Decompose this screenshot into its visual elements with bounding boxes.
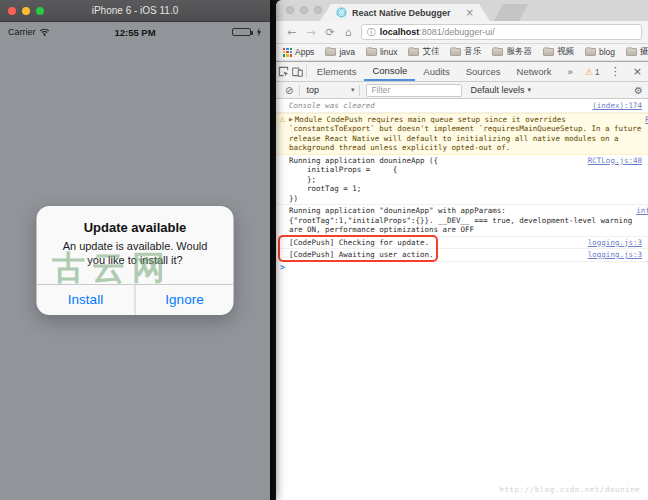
warning-icon: ⚠ <box>279 116 285 124</box>
ios-simulator-window: iPhone 6 - iOS 11.0 Carrier 12:55 PM Upd… <box>0 0 270 500</box>
bookmark-label: blog <box>599 47 615 57</box>
bookmark-folder-photo[interactable]: 摄影 <box>626 46 648 58</box>
status-time: 12:55 PM <box>0 27 270 38</box>
simulator-title: iPhone 6 - iOS 11.0 <box>92 5 179 16</box>
battery-icon <box>232 28 251 36</box>
bookmark-folder-linux[interactable]: linux <box>366 47 397 57</box>
console-row-cleared: Console was cleared (index):174 <box>276 100 648 113</box>
tab-console[interactable]: Console <box>364 62 415 81</box>
apps-grid-icon <box>283 48 292 57</box>
url-path: :8081/debugger-ui/ <box>419 27 495 37</box>
console-filter-input[interactable] <box>366 84 462 97</box>
ignore-button[interactable]: Ignore <box>135 285 234 315</box>
source-link[interactable]: infoLog.js:17 <box>632 206 648 216</box>
bookmark-folder-aijia[interactable]: 艾佳 <box>408 46 439 58</box>
source-link[interactable]: logging.js:3 <box>584 250 648 260</box>
codepush-rows: [CodePush] Checking for update. logging.… <box>276 237 648 262</box>
tab-close-icon[interactable]: × <box>466 8 474 18</box>
inspect-element-icon[interactable] <box>276 62 290 81</box>
bookmark-folder-blog[interactable]: blog <box>585 47 615 57</box>
source-link[interactable]: RCTLog.js:48 <box>584 156 648 166</box>
console-row-warning: ⚠ ▶Module CodePush requires main queue s… <box>276 113 648 155</box>
bookmark-folder-video[interactable]: 视频 <box>543 46 574 58</box>
window-close-button[interactable] <box>8 7 16 15</box>
browser-window: React Native Debugger × ← → ⟳ ⌂ ⓘ localh… <box>276 0 648 500</box>
source-link[interactable]: (index):174 <box>588 101 648 111</box>
folder-icon <box>543 48 554 56</box>
desktop: React Native Debugger × ← → ⟳ ⌂ ⓘ localh… <box>0 0 648 500</box>
clear-console-icon[interactable]: ⊘ <box>285 85 293 96</box>
forward-icon[interactable]: → <box>306 27 315 38</box>
bookmarks-bar: Apps java linux 艾佳 音乐 服务器 <box>276 44 648 61</box>
simulator-titlebar: iPhone 6 - iOS 11.0 <box>0 0 270 22</box>
devtools-tab-bar: Elements Console Audits Sources Network … <box>276 62 648 82</box>
bookmark-folder-java[interactable]: java <box>325 47 355 57</box>
console-row-app-params: Running application "dounineApp" with ap… <box>276 205 648 237</box>
expand-triangle-icon[interactable]: ▶ <box>289 116 293 122</box>
console-settings-icon[interactable]: ⚙ <box>634 85 643 96</box>
console-message: Console was cleared <box>289 101 588 111</box>
more-tabs-icon[interactable]: » <box>559 62 580 81</box>
console-message: Running application dounineApp ({ initia… <box>289 156 584 204</box>
log-levels-dropdown[interactable]: Default levels <box>470 85 524 95</box>
back-icon[interactable]: ← <box>287 27 296 38</box>
warning-count-badge[interactable]: ⚠ 1 <box>581 62 604 81</box>
install-button[interactable]: Install <box>37 285 135 315</box>
window-minimize-button[interactable] <box>22 7 30 15</box>
page-info-icon[interactable]: ⓘ <box>367 26 376 39</box>
folder-icon <box>626 48 637 56</box>
context-selector[interactable]: top <box>306 85 319 95</box>
tab-elements[interactable]: Elements <box>309 62 365 81</box>
alert-title: Update available <box>37 206 234 237</box>
folder-icon <box>585 48 596 56</box>
warning-icon: ⚠ <box>585 67 593 77</box>
device-screen: Carrier 12:55 PM Update available An upd… <box>0 22 270 500</box>
bookmark-apps[interactable]: Apps <box>283 47 314 57</box>
bookmark-label: java <box>339 47 355 57</box>
browser-tab[interactable]: React Native Debugger × <box>320 4 490 21</box>
warning-count: 1 <box>595 67 600 77</box>
console-prompt[interactable]: > <box>276 262 648 274</box>
devtools-menu-icon[interactable]: ⋮ <box>604 62 627 81</box>
console-row-codepush-awaiting: [CodePush] Awaiting user action. logging… <box>276 249 648 262</box>
url-host: localhost <box>380 27 420 37</box>
console-message: [CodePush] Awaiting user action. <box>289 250 584 260</box>
console-row-codepush-checking: [CodePush] Checking for update. logging.… <box>276 237 648 250</box>
window-zoom-button[interactable] <box>36 7 44 15</box>
watermark-url: http://blog.csdn.net/dounine <box>500 485 640 495</box>
home-icon[interactable]: ⌂ <box>345 27 352 38</box>
browser-tab-strip: React Native Debugger × <box>276 0 648 21</box>
traffic-lights <box>8 7 44 15</box>
ios-status-bar: Carrier 12:55 PM <box>0 22 270 42</box>
bookmark-label: 摄影 <box>640 46 648 58</box>
new-tab-button[interactable] <box>494 4 528 21</box>
devtools-panel: Elements Console Audits Sources Network … <box>276 61 648 500</box>
bookmark-folder-server[interactable]: 服务器 <box>492 46 532 58</box>
bookmark-folder-music[interactable]: 音乐 <box>450 46 481 58</box>
window-zoom-button[interactable] <box>314 6 322 14</box>
console-row-running-app: Running application dounineApp ({ initia… <box>276 155 648 206</box>
bookmark-label: Apps <box>295 47 314 57</box>
bookmark-label: linux <box>380 47 397 57</box>
folder-icon <box>325 48 336 56</box>
chevron-down-icon: ▾ <box>527 86 531 94</box>
address-bar[interactable]: ⓘ localhost :8081/debugger-ui/ <box>361 24 642 40</box>
device-toolbar-icon[interactable] <box>290 62 304 81</box>
devtools-close-icon[interactable]: × <box>627 62 648 81</box>
reload-icon[interactable]: ⟳ <box>325 27 334 38</box>
tab-audits[interactable]: Audits <box>415 62 457 81</box>
console-toolbar: ⊘ top ▾ Default levels ▾ ⚙ <box>276 82 648 99</box>
tab-network[interactable]: Network <box>509 62 560 81</box>
folder-icon <box>450 48 461 56</box>
source-link[interactable]: logging.js:3 <box>584 238 648 248</box>
bookmark-label: 艾佳 <box>422 46 439 58</box>
window-close-button[interactable] <box>286 6 294 14</box>
tab-sources[interactable]: Sources <box>458 62 509 81</box>
prompt-chevron-icon: > <box>276 263 289 273</box>
window-minimize-button[interactable] <box>300 6 308 14</box>
source-link[interactable]: RCTLog.js:48 <box>641 115 648 125</box>
bookmark-label: 服务器 <box>506 46 532 58</box>
folder-icon <box>492 48 503 56</box>
alert-message: An update is available. Would you like t… <box>37 237 234 284</box>
alert-buttons: Install Ignore <box>37 284 234 315</box>
